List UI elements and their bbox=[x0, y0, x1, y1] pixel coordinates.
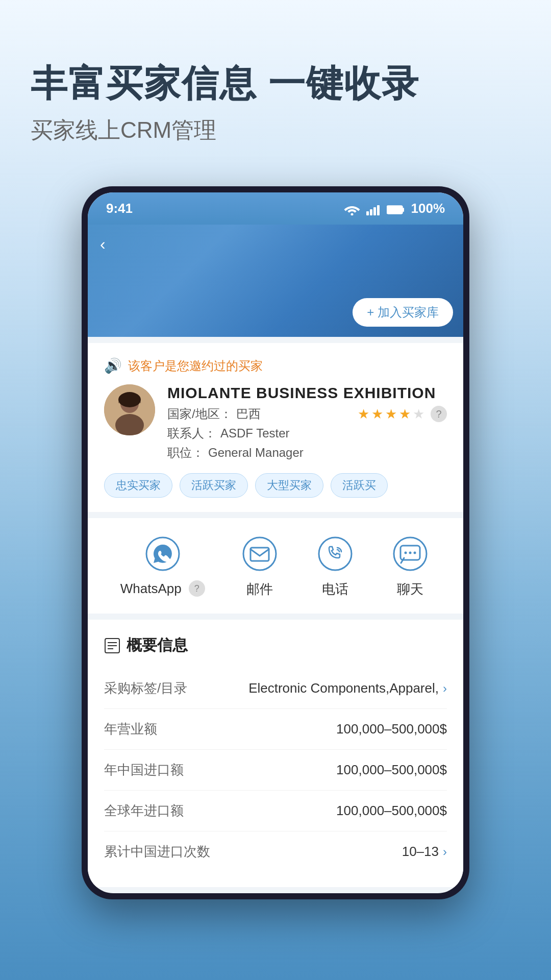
star-2: ★ bbox=[371, 406, 383, 422]
phone-icon bbox=[315, 533, 356, 574]
phone-screen: 9:41 bbox=[88, 192, 463, 893]
info-label-import-count: 累计中国进口次数 bbox=[104, 843, 210, 861]
status-icons: 100% bbox=[344, 201, 445, 216]
svg-rect-3 bbox=[373, 207, 376, 215]
customer-card: 🔊 该客户是您邀约过的买家 bbox=[88, 343, 463, 512]
phone-mockup: 9:41 bbox=[31, 186, 520, 899]
tags-row: 忠实买家 活跃买家 大型买家 活跃买 bbox=[104, 473, 447, 498]
svg-point-14 bbox=[319, 537, 352, 570]
contact-whatsapp[interactable]: WhatsApp ? bbox=[120, 533, 205, 598]
info-label-global-import: 全球年进口额 bbox=[104, 802, 184, 820]
contact-value: ASDF Tester bbox=[220, 426, 290, 440]
star-3: ★ bbox=[385, 406, 397, 422]
add-buyer-button[interactable]: + 加入买家库 bbox=[353, 298, 453, 327]
info-value-revenue: 100,000–500,000$ bbox=[336, 721, 447, 737]
section-title: 概要信息 bbox=[104, 635, 447, 656]
svg-point-19 bbox=[414, 552, 416, 554]
svg-point-12 bbox=[243, 537, 276, 570]
svg-point-9 bbox=[115, 414, 144, 435]
svg-rect-5 bbox=[387, 206, 403, 214]
notice-text: 该客户是您邀约过的买家 bbox=[128, 358, 263, 374]
info-value-global-import: 100,000–500,000$ bbox=[336, 803, 447, 819]
info-item-global-import: 全球年进口额 100,000–500,000$ bbox=[104, 791, 447, 831]
chevron-icon-2: › bbox=[443, 845, 447, 859]
info-label-tags: 采购标签/目录 bbox=[104, 679, 187, 697]
position-value: General Manager bbox=[208, 446, 304, 460]
contact-row: 联系人： ASDF Tester bbox=[167, 425, 447, 442]
star-5: ★ bbox=[413, 406, 424, 422]
status-time: 9:41 bbox=[106, 201, 133, 216]
email-label: 邮件 bbox=[246, 580, 273, 598]
phone-frame: 9:41 bbox=[82, 186, 469, 899]
rating-help-icon[interactable]: ? bbox=[431, 406, 447, 422]
star-rating: ★ ★ ★ ★ ★ ? bbox=[358, 406, 447, 422]
info-label-china-import: 年中国进口额 bbox=[104, 761, 184, 779]
tag-loyal: 忠实买家 bbox=[104, 473, 172, 498]
tag-large: 大型买家 bbox=[255, 473, 323, 498]
info-item-tags[interactable]: 采购标签/目录 Electronic Components,Apparel, › bbox=[104, 668, 447, 709]
info-item-china-import: 年中国进口额 100,000–500,000$ bbox=[104, 750, 447, 791]
customer-notice: 🔊 该客户是您邀约过的买家 bbox=[104, 357, 447, 374]
contact-phone[interactable]: 电话 bbox=[315, 533, 356, 598]
company-name: MIOLANTE BUSINESS EXHIBITION bbox=[167, 384, 436, 402]
whatsapp-label: WhatsApp ? bbox=[120, 580, 205, 597]
star-1: ★ bbox=[358, 406, 369, 422]
chat-label: 聊天 bbox=[397, 580, 423, 598]
info-card: 概要信息 采购标签/目录 Electronic Components,Appar… bbox=[88, 620, 463, 887]
tag-active2: 活跃买 bbox=[331, 473, 388, 498]
battery-percent: 100% bbox=[411, 201, 445, 216]
info-value-china-import: 100,000–500,000$ bbox=[336, 762, 447, 778]
subtitle: 买家线上CRM管理 bbox=[31, 115, 520, 145]
customer-details: MIOLANTE BUSINESS EXHIBITION 国家/地区： 巴西 ★… bbox=[167, 384, 447, 464]
battery-icon bbox=[387, 201, 405, 216]
contact-actions: WhatsApp ? bbox=[103, 533, 448, 598]
add-buyer-label: + 加入买家库 bbox=[367, 304, 439, 321]
contact-chat[interactable]: 聊天 bbox=[390, 533, 431, 598]
info-item-revenue: 年营业额 100,000–500,000$ bbox=[104, 709, 447, 750]
back-button[interactable]: ‹ bbox=[100, 235, 106, 254]
country-label: 国家/地区： bbox=[167, 406, 232, 422]
svg-rect-1 bbox=[366, 211, 369, 215]
info-value-tags: Electronic Components,Apparel, › bbox=[248, 680, 447, 696]
tag-active: 活跃买家 bbox=[180, 473, 248, 498]
star-4: ★ bbox=[399, 406, 411, 422]
svg-point-0 bbox=[350, 213, 353, 215]
headline: 丰富买家信息 一键收录 bbox=[31, 61, 520, 105]
phone-hero: ‹ + 加入买家库 bbox=[88, 225, 463, 337]
svg-rect-2 bbox=[370, 209, 372, 215]
info-label-revenue: 年营业额 bbox=[104, 720, 157, 738]
svg-rect-6 bbox=[403, 208, 404, 212]
section-title-text: 概要信息 bbox=[127, 635, 188, 656]
chevron-icon: › bbox=[443, 681, 447, 696]
svg-rect-13 bbox=[251, 548, 269, 561]
avatar bbox=[104, 384, 155, 435]
svg-point-17 bbox=[405, 552, 407, 554]
signal-icon bbox=[366, 201, 381, 216]
position-row: 职位： General Manager bbox=[167, 445, 447, 461]
contact-label: 联系人： bbox=[167, 425, 216, 442]
chat-icon bbox=[390, 533, 431, 574]
position-label: 职位： bbox=[167, 445, 204, 461]
customer-info: MIOLANTE BUSINESS EXHIBITION 国家/地区： 巴西 ★… bbox=[104, 384, 447, 464]
svg-point-18 bbox=[409, 552, 412, 554]
phone-label: 电话 bbox=[322, 580, 348, 598]
email-icon bbox=[239, 533, 280, 574]
info-item-import-count[interactable]: 累计中国进口次数 10–13 › bbox=[104, 831, 447, 872]
contact-email[interactable]: 邮件 bbox=[239, 533, 280, 598]
country-row: 国家/地区： 巴西 ★ ★ ★ ★ ★ ? bbox=[167, 406, 447, 422]
status-bar: 9:41 bbox=[88, 192, 463, 225]
wifi-icon bbox=[344, 201, 360, 216]
whatsapp-help-icon[interactable]: ? bbox=[189, 580, 205, 597]
whatsapp-icon bbox=[142, 533, 183, 574]
speaker-icon: 🔊 bbox=[104, 357, 122, 374]
svg-rect-4 bbox=[377, 205, 380, 215]
info-value-import-count: 10–13 › bbox=[402, 844, 447, 860]
country-value: 巴西 bbox=[236, 406, 261, 422]
contact-card: WhatsApp ? bbox=[88, 518, 463, 614]
